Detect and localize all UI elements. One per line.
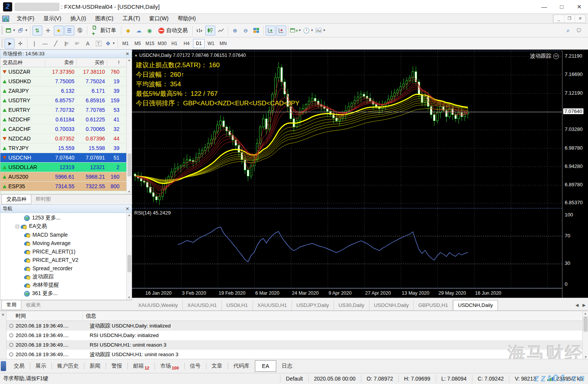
chart-tab-3[interactable]: XAUUSD,H1 [253,300,292,310]
line-chart-button[interactable] [216,26,226,35]
signals-button[interactable]: ◉ [145,26,155,35]
close-button[interactable]: ✕ [570,0,588,13]
timeframe-mn[interactable]: MN [217,39,229,48]
market-watch-button[interactable]: ⇅ [32,26,42,35]
date-axis[interactable]: 16 Jan 20203 Feb 202019 Feb 20206 Mar 20… [132,288,562,298]
crosshair-button[interactable]: ✛ [15,39,25,48]
market-watch-row-cadchf[interactable]: CADCHF0.700330.7006532 [0,124,132,134]
navigator-button[interactable]: ★ [54,26,64,35]
terminal-tab-邮箱[interactable]: 邮箱12 [128,360,155,372]
channel-button[interactable]: ∥E [61,39,71,48]
navigator-item-3[interactable]: Moving Average [0,239,132,247]
fibonacci-button[interactable]: ≡F [72,39,82,48]
templates-button[interactable]: 🗔+▼ [290,26,302,35]
data-window-button[interactable]: ✛ [43,26,53,35]
menu-item-1[interactable]: 显示(V) [39,14,66,24]
navigator-item-7[interactable]: 波动跟踪 [0,273,132,281]
navigator-tab-收藏夹[interactable]: 收藏夹 [21,300,45,310]
terminal-tab-EA[interactable]: EA [255,360,277,372]
trendline-button[interactable]: ╱ [51,39,61,48]
market-watch-row-zarjpy[interactable]: ZARJPY6.1326.17139 [0,86,132,96]
market-watch-row-usdcnh[interactable]: USDCNH7.076407.0769151 [0,153,132,163]
text-button[interactable]: A [83,39,93,48]
navigator-item-8[interactable]: 布林带提醒 [0,281,132,289]
tile-windows-button[interactable] [251,26,261,35]
market-watch-row-nzdchf[interactable]: NZDCHF0.611840.6122541 [0,115,132,124]
price-axis[interactable]: 7.211907.166907.121907.032806.987806.942… [562,51,588,298]
autotrade-button[interactable]: ⛔自动交易 [155,26,190,35]
mdi-close-button[interactable]: ✕ [575,15,585,23]
menu-item-6[interactable]: 帮助(H) [173,14,200,24]
market-watch-tab-交易品种[interactable]: 交易品种 [2,195,31,204]
terminal-tab-代码库[interactable]: 代码库 [228,360,255,372]
autoscroll-button[interactable] [266,26,275,35]
market-watch-row-tryjpy[interactable]: TRYJPY15.55915.59839 [0,144,132,153]
minimize-button[interactable]: — [535,0,553,13]
arrows-button[interactable]: ✥▼ [104,39,116,48]
navigator-item-4[interactable]: PRICE_ALERT(1) [0,247,132,256]
timeframe-d1[interactable]: D1 [193,39,205,48]
terminal-tab-日志[interactable]: 日志 [276,360,298,372]
periods-button[interactable]: 🕐▼ [303,26,314,35]
col-buy[interactable]: 买价 [77,59,107,66]
market-watch-row-usdzar[interactable]: USDZAR17.3735017.38110760 [0,67,132,77]
chart-tab-2[interactable]: USOil,H1 [222,300,253,310]
scroll-left-icon[interactable]: ◀ [575,303,578,308]
terminal-row-1[interactable]: 2020.06.18 19:36:49....RSI USDCNH,Daily:… [6,331,582,340]
strategy-tester-button[interactable]: 🕲 [75,26,85,35]
navigator-item-0[interactable]: 1253 更多... [0,214,132,222]
market-watch-row-usdhkd[interactable]: USDHKD7.750057.7502419 [0,77,132,86]
navigator-item-9[interactable]: 361 更多... [0,289,132,298]
script-button[interactable]: ◆ [123,26,133,35]
terminal-button[interactable]: ☰ [64,26,74,35]
chart-shift-button[interactable] [276,26,286,35]
chat-button[interactable]: 🗩 [574,26,584,35]
chart-tab-8[interactable]: USDCNH,Daily [453,300,498,310]
navigator-item-5[interactable]: PRICE_ALERT_V2 [0,256,132,264]
menu-item-3[interactable]: 图表(C) [91,14,118,24]
terminal-tab-市场[interactable]: 市场100 [155,360,184,372]
chart-tab-5[interactable]: US30,Daily [334,300,369,310]
timeframe-m1[interactable]: M1 [120,39,131,48]
zoom-in-button[interactable]: ⊕ [230,26,240,35]
menu-item-5[interactable]: 窗口(W) [145,14,173,24]
navigator-item-2[interactable]: MACD Sample [0,231,132,239]
chart-tab-4[interactable]: USDJPY,Daily [292,300,334,310]
menu-item-2[interactable]: 插入(I) [66,14,91,24]
timeframe-m5[interactable]: M5 [132,39,143,48]
navigator-item-1[interactable]: −EA交易 [0,222,132,231]
market-watch-tab-即时图[interactable]: 即时图 [31,195,55,204]
vertical-line-button[interactable]: | [29,39,39,48]
indicators-button[interactable]: ▼ [315,26,326,35]
bar-chart-button[interactable] [195,26,205,35]
cursor-button[interactable]: ➤ [5,39,14,48]
terminal-tab-信号[interactable]: 信号 [185,360,206,372]
rsi-pane[interactable]: RSI(14) 45.2429 [132,208,562,288]
zoom-out-button[interactable]: ⊖ [241,26,251,35]
col-spread[interactable]: ! [107,60,122,65]
market-watch-row-usdtry[interactable]: USDTRY6.857576.85916159 [0,96,132,105]
terminal-tab-账户历史[interactable]: 账户历史 [52,360,84,372]
timeframe-h4[interactable]: H4 [181,39,192,48]
toolbar-grip2[interactable] [1,39,3,48]
chart-tab-1[interactable]: XAUUSD,H1 [183,300,222,310]
mdi-minimize-button[interactable]: _ [553,15,564,23]
new-chart-button[interactable]: 🗔▼ [5,26,16,35]
col-time[interactable]: 时间 [6,313,83,319]
timeframe-h1[interactable]: H1 [169,39,180,48]
terminal-tab-警报[interactable]: 警报 [106,360,127,372]
terminal-tabs-icon[interactable] [1,361,6,371]
market-watch-row-nzdcad[interactable]: NZDCAD0.873520.8739644 [0,134,132,144]
toolbar-grip[interactable] [1,26,3,35]
terminal-tab-新闻[interactable]: 新闻 [84,360,106,372]
chart-tab-scroll[interactable]: ◀▶ [575,303,586,310]
collapse-icon[interactable]: − [16,225,19,228]
market-watch-row-esp35[interactable]: ESP357314.557322.55800 [0,182,132,191]
horizontal-line-button[interactable]: — [40,39,50,48]
profiles-button[interactable]: 🗗▼ [17,26,28,35]
col-symbol[interactable]: 交易品种 [0,59,45,66]
market-watch-scrollbar[interactable]: ▲ ▼ [126,58,132,194]
timeframe-m30[interactable]: M30 [156,39,168,48]
chart-collapse-icon[interactable]: ▼ [134,54,138,58]
terminal-row-0[interactable]: 2020.06.18 19:36:49....波动跟踪 USDCNH,Daily… [6,321,582,331]
